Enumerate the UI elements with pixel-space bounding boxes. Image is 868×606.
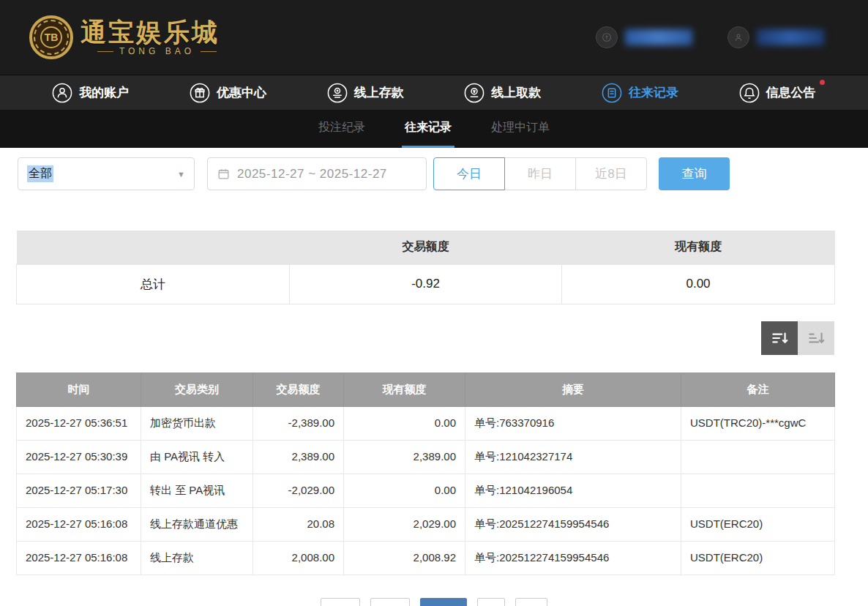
table-cell: 单号:121042327174 <box>465 440 681 474</box>
site-subtitle: TONG BAO <box>97 46 217 56</box>
nav-label: 线上存款 <box>354 84 404 101</box>
table-cell: 2,029.00 <box>344 507 465 541</box>
user-icon <box>52 83 72 103</box>
nav-label: 我的账户 <box>79 84 129 101</box>
user-avatar-icon <box>727 26 749 48</box>
quick-button-today[interactable]: 今日 <box>433 157 505 190</box>
summary-table: 交易额度 现有额度 总计 -0.92 0.00 <box>16 231 835 304</box>
table-cell: 2025-12-27 05:36:51 <box>17 406 141 440</box>
account-name-group[interactable] <box>727 26 824 48</box>
quick-button-yesterday[interactable]: 昨日 <box>504 157 576 190</box>
nav-item-promotions[interactable]: 优惠中心 <box>190 83 266 103</box>
type-select[interactable]: 全部 ▼ <box>18 157 195 190</box>
type-select-value: 全部 <box>27 165 53 182</box>
pagination-button[interactable] <box>515 598 547 606</box>
summary-current-balance: 0.00 <box>562 264 835 304</box>
chip-monogram: TB <box>40 26 62 48</box>
table-cell: 单号:763370916 <box>465 406 681 440</box>
table-header-row: 时间交易类别交易额度现有额度摘要备注 <box>17 373 835 406</box>
table-header-cell: 时间 <box>17 373 141 406</box>
table-cell: 0.00 <box>344 406 465 440</box>
nav-label: 线上取款 <box>491 84 541 101</box>
sort-desc-icon <box>770 329 789 348</box>
notification-badge <box>820 80 825 85</box>
table-row: 2025-12-27 05:17:30转出 至 PA视讯-2,029.000.0… <box>17 474 835 507</box>
tab-transaction-records[interactable]: 往来记录 <box>402 110 454 148</box>
site-title: 通宝娱乐城 <box>81 18 220 47</box>
table-cell <box>681 440 835 474</box>
transactions-body: 2025-12-27 05:36:51加密货币出款-2,389.000.00单号… <box>17 406 835 575</box>
date-range-value: 2025-12-27 ~ 2025-12-27 <box>237 167 387 182</box>
table-cell: 0.00 <box>344 474 465 507</box>
table-row: 2025-12-27 05:16:08线上存款2,008.002,008.92单… <box>17 541 835 575</box>
table-cell: 加密货币出款 <box>141 406 253 440</box>
table-cell: USDT(ERC20) <box>681 507 835 541</box>
summary-row: 总计 -0.92 0.00 <box>17 264 835 304</box>
table-cell: USDT(TRC20)-***cgwC <box>681 406 835 440</box>
chevron-down-icon: ▼ <box>177 170 185 179</box>
table-row: 2025-12-27 05:36:51加密货币出款-2,389.000.00单号… <box>17 406 835 440</box>
calendar-icon <box>217 167 231 181</box>
table-row: 2025-12-27 05:16:08线上存款通道优惠20.082,029.00… <box>17 507 835 541</box>
date-range-input[interactable]: 2025-12-27 ~ 2025-12-27 <box>207 157 427 190</box>
tab-pending-orders[interactable]: 处理中订单 <box>488 110 553 148</box>
table-header-cell: 摘要 <box>465 373 681 406</box>
summary-transaction-amount: -0.92 <box>290 264 562 304</box>
table-cell: 2025-12-27 05:30:39 <box>17 440 141 474</box>
records-icon <box>602 83 622 103</box>
table-cell: -2,389.00 <box>253 406 344 440</box>
table-row: 2025-12-27 05:30:39由 PA视讯 转入2,389.002,38… <box>17 440 835 474</box>
transactions-table: 时间交易类别交易额度现有额度摘要备注 2025-12-27 05:36:51加密… <box>16 373 835 575</box>
blurred-balance <box>625 29 692 45</box>
sort-controls <box>16 321 834 355</box>
table-cell: 2,389.00 <box>253 440 344 474</box>
table-cell: 由 PA视讯 转入 <box>141 440 253 474</box>
table-cell: 转出 至 PA视讯 <box>141 474 253 507</box>
nav-label: 优惠中心 <box>217 84 266 101</box>
pagination-button[interactable] <box>420 598 467 606</box>
gift-icon <box>190 83 210 103</box>
deposit-icon <box>327 83 348 103</box>
table-cell: 线上存款通道优惠 <box>141 507 253 541</box>
table-header-cell: 备注 <box>681 373 835 406</box>
bell-icon <box>739 83 760 103</box>
table-cell <box>681 474 835 507</box>
table-cell: USDT(ERC20) <box>681 541 835 575</box>
filter-bar: 全部 ▼ 2025-12-27 ~ 2025-12-27 今日 昨日 近8日 查… <box>0 148 868 231</box>
table-cell: 2,008.92 <box>344 541 465 575</box>
table-header-cell: 交易额度 <box>253 373 344 406</box>
tab-betting-records[interactable]: 投注纪录 <box>315 110 368 148</box>
table-cell: 线上存款 <box>141 541 253 575</box>
table-cell: 单号:202512274159954546 <box>465 541 681 575</box>
summary-header-empty <box>17 231 290 264</box>
table-cell: 单号:121042196054 <box>465 474 681 507</box>
pagination-button[interactable] <box>321 598 360 606</box>
account-balance-group[interactable] <box>596 26 692 48</box>
table-cell: 2,389.00 <box>344 440 465 474</box>
quick-date-group: 今日 昨日 近8日 <box>433 157 647 190</box>
pagination-button[interactable] <box>370 598 410 606</box>
nav-item-announcements[interactable]: 信息公告 <box>739 83 816 103</box>
site-logo[interactable]: TB 通宝娱乐城 TONG BAO <box>29 15 220 59</box>
user-info-area <box>596 26 824 48</box>
table-header-cell: 交易类别 <box>141 373 253 406</box>
nav-item-transaction-records[interactable]: 往来记录 <box>602 83 678 103</box>
summary-header-transaction-amount: 交易额度 <box>290 231 562 264</box>
table-cell: 单号:202512274159954546 <box>465 507 681 541</box>
top-header: TB 通宝娱乐城 TONG BAO <box>0 0 868 75</box>
nav-label: 往来记录 <box>629 84 678 101</box>
table-cell: 2025-12-27 05:16:08 <box>17 507 141 541</box>
table-cell: 2025-12-27 05:17:30 <box>17 474 141 507</box>
nav-item-online-deposit[interactable]: 线上存款 <box>327 83 404 103</box>
sort-descending-button[interactable] <box>761 321 798 355</box>
pagination-button[interactable] <box>477 598 505 606</box>
sort-ascending-button[interactable] <box>798 321 834 355</box>
nav-item-online-withdrawal[interactable]: 线上取款 <box>464 83 541 103</box>
search-button[interactable]: 查询 <box>659 157 730 190</box>
nav-item-my-account[interactable]: 我的账户 <box>52 83 129 103</box>
quick-button-last-8-days[interactable]: 近8日 <box>575 157 647 190</box>
nav-label: 信息公告 <box>766 84 816 101</box>
table-cell: -2,029.00 <box>253 474 344 507</box>
pagination <box>0 598 868 606</box>
blurred-username <box>757 29 824 45</box>
